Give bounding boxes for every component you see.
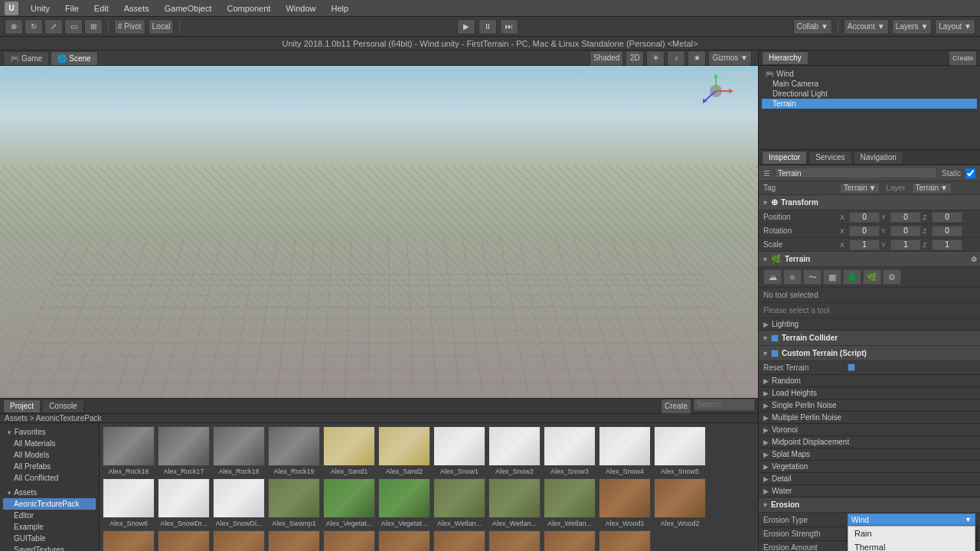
asset-item[interactable]: Alex_Rock18 — [213, 426, 265, 475]
terrain-icon-paint-height[interactable]: ≡ — [783, 269, 802, 285]
static-checkbox[interactable] — [965, 168, 975, 178]
asset-item[interactable]: Alex_Sand2 — [378, 426, 430, 475]
local-button[interactable]: Local — [149, 19, 175, 34]
erosion-type-dropdown[interactable]: Wind ▼ — [848, 514, 975, 526]
transform-tool-scale[interactable]: ⤢ — [44, 19, 63, 34]
asset-item[interactable]: Alex_Rock19 — [268, 426, 320, 475]
hier-light[interactable]: Directional Light — [762, 89, 977, 99]
scale-y[interactable] — [890, 240, 921, 250]
terrain-icon-tree[interactable]: 🌲 — [843, 269, 861, 285]
create-btn[interactable]: Create — [661, 399, 691, 414]
audio-toggle[interactable]: ♪ — [667, 51, 685, 66]
play-button[interactable]: ▶ — [457, 19, 475, 34]
hierarchy-create-btn[interactable]: Create — [949, 51, 977, 66]
hier-camera[interactable]: Main Camera — [762, 79, 977, 89]
menu-gameobject[interactable]: GameObject — [162, 4, 215, 13]
asset-item[interactable]: Alex_Snow2 — [488, 426, 541, 475]
assets-header[interactable]: ▼ Assets — [3, 487, 96, 498]
transform-tool-move[interactable]: ⊕ — [5, 19, 23, 34]
asset-item[interactable]: Alex_Wood10 — [488, 530, 541, 551]
vegetation-row[interactable]: ▶Vegetation — [759, 461, 980, 473]
asset-item[interactable]: Alex_Sand1 — [323, 426, 375, 475]
pause-button[interactable]: ⏸ — [479, 19, 497, 34]
collider-header[interactable]: ▼ Terrain Collider — [759, 331, 980, 346]
lighting-toggle[interactable]: ☀ — [646, 51, 665, 66]
pos-x[interactable] — [849, 212, 880, 223]
object-name-input[interactable] — [775, 168, 937, 178]
terrain-icon-smooth[interactable]: 〜 — [803, 269, 822, 285]
custom-script-header[interactable]: ▼ Custom Terrain (Script) — [759, 346, 980, 361]
pos-z[interactable] — [932, 212, 962, 223]
asset-item[interactable]: Alex_Wood9 — [433, 530, 485, 551]
menu-unity[interactable]: Unity — [28, 4, 53, 13]
navigation-tab[interactable]: Navigation — [854, 151, 903, 165]
erosion-header[interactable]: ▼Erosion — [759, 497, 980, 513]
layout-button[interactable]: Layout ▼ — [935, 19, 975, 34]
gizmos-btn[interactable]: Gizmos ▼ — [708, 51, 752, 66]
2d-toggle[interactable]: 2D — [626, 51, 644, 66]
fav-prefabs[interactable]: All Prefabs — [3, 461, 96, 472]
favorites-header[interactable]: ▼ Favorites — [3, 426, 96, 438]
erosion-option-thermal[interactable]: Thermal — [848, 540, 975, 551]
game-tab[interactable]: 🎮 Game — [3, 51, 49, 65]
asset-editor[interactable]: Editor — [3, 510, 96, 521]
asset-item[interactable]: Alex_Wetlan... — [433, 478, 485, 527]
asset-item[interactable]: Alex_Wood6 — [268, 530, 320, 551]
asset-example[interactable]: Example — [3, 521, 96, 533]
midpoint-row[interactable]: ▶Midpoint Displacement — [759, 436, 980, 448]
asset-item[interactable]: Alex_Rock16 — [103, 426, 155, 475]
menu-help[interactable]: Help — [328, 4, 352, 13]
multiple-perlin-row[interactable]: ▶Multiple Perlin Noise — [759, 412, 980, 424]
hierarchy-tab[interactable]: Hierarchy — [762, 51, 808, 65]
pos-y[interactable] — [890, 212, 921, 223]
asset-item[interactable]: Alex_SnowDr... — [158, 478, 210, 527]
scene-tab[interactable]: 🌐 Scene — [51, 51, 97, 65]
project-tab[interactable]: Project — [3, 399, 41, 413]
fav-materials[interactable]: All Materials — [3, 438, 96, 449]
layers-button[interactable]: Layers ▼ — [892, 19, 933, 34]
terrain-comp-header[interactable]: ▼ 🌿 Terrain ⚙ — [759, 252, 980, 267]
lighting-row[interactable]: ▶ Lighting — [759, 318, 980, 331]
terrain-settings-icon[interactable]: ⚙ — [971, 256, 977, 263]
asset-item[interactable]: Alex_Rock17 — [158, 426, 210, 475]
fav-conflicted[interactable]: All Conflicted — [3, 472, 96, 484]
hier-terrain[interactable]: Terrain — [762, 99, 977, 109]
services-tab[interactable]: Services — [808, 151, 851, 165]
asset-item[interactable]: Alex_Wood5 — [213, 530, 265, 551]
load-heights-row[interactable]: ▶Load Heights — [759, 387, 980, 399]
asset-item[interactable]: Alex_Vegetat... — [323, 478, 375, 527]
transform-tool-rect[interactable]: ▭ — [64, 19, 83, 34]
asset-savedtex[interactable]: SavedTextures — [3, 544, 96, 551]
asset-item[interactable]: Alex_Wood2 — [654, 478, 706, 527]
reset-checkbox[interactable] — [848, 364, 855, 371]
menu-file[interactable]: File — [62, 4, 82, 13]
tag-dropdown[interactable]: Terrain▼ — [840, 183, 880, 194]
asset-item[interactable]: Alex_Wood3 — [103, 530, 155, 551]
scale-x[interactable] — [849, 240, 880, 250]
search-input[interactable] — [694, 399, 755, 411]
transform-tool-rotate[interactable]: ↻ — [24, 19, 43, 34]
asset-item[interactable]: Alex_Wetlan... — [488, 478, 541, 527]
detail-row[interactable]: ▶Detail — [759, 473, 980, 485]
transform-tool-multi[interactable]: ⊞ — [84, 19, 103, 34]
menu-component[interactable]: Component — [224, 4, 274, 13]
step-button[interactable]: ⏭ — [500, 19, 518, 34]
asset-item[interactable]: Alex_Snow4 — [599, 426, 651, 475]
asset-item[interactable]: Alex_Vegetat... — [378, 478, 430, 527]
menu-edit[interactable]: Edit — [91, 4, 112, 13]
asset-item[interactable]: Alex_Wood8 — [378, 530, 430, 551]
fav-models[interactable]: All Models — [3, 449, 96, 461]
erosion-option-rain[interactable]: Rain — [848, 527, 975, 540]
asset-item[interactable]: Alex_Wood11 — [544, 530, 596, 551]
asset-item[interactable]: Alex_Wood7 — [323, 530, 375, 551]
asset-item[interactable]: Alex_Snow6 — [103, 478, 155, 527]
menu-window[interactable]: Window — [283, 4, 318, 13]
voronoi-row[interactable]: ▶Voronoi — [759, 424, 980, 436]
console-tab[interactable]: Console — [42, 399, 84, 413]
terrain-icon-settings[interactable]: ⚙ — [883, 269, 901, 285]
splat-maps-row[interactable]: ▶Splat Maps — [759, 448, 980, 461]
asset-item[interactable]: Alex_Snow3 — [544, 426, 596, 475]
layer-dropdown[interactable]: Terrain▼ — [912, 183, 952, 194]
asset-item[interactable]: Alex_Swamp1 — [268, 478, 320, 527]
scale-z[interactable] — [932, 240, 962, 250]
